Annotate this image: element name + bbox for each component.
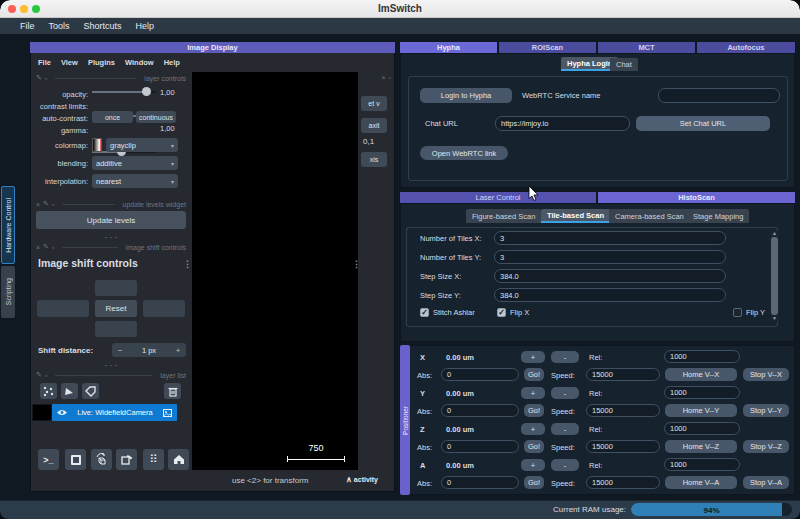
axis-y-speed-input[interactable]: 15000 (586, 404, 660, 417)
axis-z-stop-button[interactable]: Stop V--Z (743, 440, 789, 453)
close-icon[interactable]: × (36, 244, 40, 251)
tab-histoscan[interactable]: HistoScan (598, 192, 795, 203)
dock-tab-hardware-control[interactable]: Hardware Control (1, 186, 15, 264)
set-chat-url-button[interactable]: Set Chat URL (636, 116, 770, 131)
opacity-slider[interactable] (92, 86, 156, 98)
tab-roiscan[interactable]: ROIScan (499, 42, 596, 53)
panel-separator[interactable]: ··· (36, 234, 188, 240)
webrtc-service-name-input[interactable] (658, 88, 780, 103)
flip-x-checkbox[interactable]: ✓ (497, 308, 506, 317)
splitter-handle[interactable]: ⋮ (183, 259, 192, 269)
open-webrtc-link-button[interactable]: Open WebRTC link (420, 146, 508, 160)
interpolation-dropdown[interactable]: nearest ▾ (92, 174, 178, 188)
tab-stage-mapping[interactable]: Stage Mapping (687, 209, 749, 223)
axis-z-speed-input[interactable]: 15000 (586, 440, 660, 453)
axis-z-go-button[interactable]: Go! (524, 440, 544, 453)
pencil-icon[interactable]: ✎ (36, 371, 42, 379)
axis-z-rel-input[interactable]: 1000 (664, 422, 740, 435)
tab-tile-based-scan[interactable]: Tile-based Scan (541, 209, 610, 223)
num-tiles-x-input[interactable]: 3 (494, 231, 726, 245)
colormap-dropdown[interactable]: grayclip ▾ (106, 138, 178, 152)
axis-y-minus-button[interactable]: - (551, 387, 579, 399)
napari-menu-help[interactable]: Help (164, 58, 180, 67)
popout-icon[interactable]: ▫ (45, 75, 47, 82)
axis-z-home-button[interactable]: Home V--Z (665, 440, 737, 453)
shift-up-button[interactable] (95, 280, 137, 296)
axis-x-plus-button[interactable]: + (521, 351, 545, 363)
console-button[interactable]: >_ (38, 449, 59, 470)
tab-hypha[interactable]: Hypha (400, 42, 497, 53)
stitch-ashlar-checkbox[interactable]: ✓ (420, 308, 429, 317)
scroll-down-icon[interactable]: ▼ (772, 316, 777, 321)
add-shapes-layer-button[interactable] (61, 383, 78, 399)
napari-menu-window[interactable]: Window (125, 58, 154, 67)
flip-x-checkbox-row[interactable]: ✓ Flip X (497, 308, 529, 317)
axis-y-abs-input[interactable]: 0 (441, 404, 519, 417)
menu-help[interactable]: Help (136, 21, 155, 31)
panel-separator[interactable]: ··· (36, 362, 188, 368)
axis-z-abs-input[interactable]: 0 (441, 440, 519, 453)
axis-x-home-button[interactable]: Home V--X (665, 368, 737, 381)
axis-y-rel-input[interactable]: 1000 (664, 386, 740, 399)
axis-x-rel-input[interactable]: 1000 (664, 350, 740, 363)
menu-shortcuts[interactable]: Shortcuts (84, 21, 122, 31)
shift-down-button[interactable] (95, 321, 137, 337)
positioner-side-tab[interactable]: Positioner (400, 345, 410, 495)
axis-z-plus-button[interactable]: + (521, 423, 545, 435)
napari-menu-file[interactable]: File (38, 58, 51, 67)
tab-laser-control[interactable]: Laser Control (400, 192, 596, 203)
shift-right-button[interactable] (143, 300, 185, 317)
ndisplay-toggle-button[interactable] (65, 449, 86, 470)
add-labels-layer-button[interactable] (82, 383, 99, 399)
axis-y-home-button[interactable]: Home V--Y (665, 404, 737, 417)
axis-x-go-button[interactable]: Go! (524, 368, 544, 381)
axis-a-speed-input[interactable]: 15000 (586, 476, 660, 489)
clipped-button-3[interactable]: xis (361, 152, 387, 167)
scroll-up-icon[interactable]: ▲ (772, 231, 777, 236)
shift-reset-button[interactable]: Reset (95, 300, 137, 317)
flip-y-checkbox-row[interactable]: ✓ Flip Y (733, 308, 765, 317)
axis-a-minus-button[interactable]: - (551, 459, 579, 471)
activity-button[interactable]: ∧ activity (346, 475, 378, 484)
axis-a-rel-input[interactable]: 1000 (664, 458, 740, 471)
axis-a-go-button[interactable]: Go! (524, 476, 544, 489)
transpose-dimensions-button[interactable] (116, 449, 137, 470)
shift-distance-value[interactable]: 1 px (128, 346, 170, 355)
num-tiles-y-input[interactable]: 3 (494, 250, 726, 264)
axis-x-speed-input[interactable]: 15000 (586, 368, 660, 381)
tab-chat[interactable]: Chat (610, 58, 638, 71)
napari-menu-view[interactable]: View (61, 58, 78, 67)
menu-file[interactable]: File (20, 21, 35, 31)
shift-left-button[interactable] (37, 300, 89, 317)
flip-y-checkbox[interactable]: ✓ (733, 308, 742, 317)
axis-a-stop-button[interactable]: Stop V--A (743, 476, 789, 489)
scrollbar-thumb[interactable] (771, 237, 778, 315)
tab-mct[interactable]: MCT (598, 42, 695, 53)
axis-x-abs-input[interactable]: 0 (441, 368, 519, 381)
popout-icon[interactable]: ▫ (52, 244, 54, 251)
axis-a-plus-button[interactable]: + (521, 459, 545, 471)
axis-x-stop-button[interactable]: Stop V--X (743, 368, 789, 381)
step-size-y-input[interactable]: 384.0 (494, 288, 726, 302)
close-icon[interactable]: × (36, 201, 40, 208)
login-to-hypha-button[interactable]: Login to Hypha (420, 88, 512, 103)
napari-canvas[interactable] (192, 72, 358, 470)
spinner-minus-button[interactable]: − (112, 346, 128, 355)
tab-camera-based-scan[interactable]: Camera-based Scan (609, 209, 690, 223)
auto-contrast-once-button[interactable]: once (92, 111, 133, 123)
tab-autofocus[interactable]: Autofocus (697, 42, 795, 53)
popout-icon[interactable]: ▫ (45, 372, 47, 379)
histoscan-scrollbar[interactable]: ▲ ▼ (770, 230, 779, 322)
menu-tools[interactable]: Tools (49, 21, 70, 31)
close-icon[interactable]: × (381, 74, 385, 81)
roll-dimensions-button[interactable] (91, 449, 112, 470)
dock-tab-scripting[interactable]: Scripting (1, 266, 15, 318)
axis-x-minus-button[interactable]: - (551, 351, 579, 363)
add-points-layer-button[interactable] (40, 383, 57, 399)
pencil-icon[interactable]: ✎ (36, 74, 42, 82)
splitter-handle[interactable]: ⋮ (352, 259, 361, 269)
stitch-ashlar-checkbox-row[interactable]: ✓ Stitch Ashlar (420, 308, 475, 317)
pencil-icon[interactable]: ✎ (43, 243, 49, 251)
spinner-plus-button[interactable]: + (170, 346, 186, 355)
delete-layer-button[interactable] (164, 383, 181, 399)
